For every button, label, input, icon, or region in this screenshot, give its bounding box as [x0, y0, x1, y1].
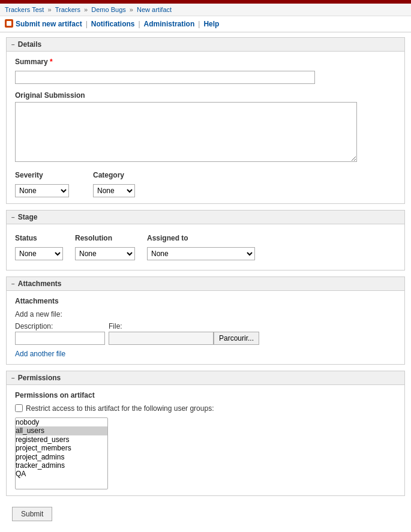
permissions-header: − Permissions — [7, 371, 404, 385]
main-content: − Details Summary * Original Submission … — [0, 32, 411, 531]
file-col: File: Parcourir... — [109, 322, 259, 345]
breadcrumb: Trackers Test » Trackers » Demo Bugs » N… — [0, 4, 411, 16]
details-title: Details — [18, 40, 41, 49]
category-label: Category — [93, 171, 135, 179]
description-label: Description: — [15, 322, 105, 330]
group-project-members: project_members — [16, 444, 107, 452]
submit-button[interactable]: Submit — [12, 507, 52, 521]
attachments-header: − Attachments — [7, 277, 404, 291]
stage-title: Stage — [18, 213, 38, 221]
status-select[interactable]: None Open Closed — [15, 247, 63, 260]
breadcrumb-sep-1: » — [47, 6, 53, 13]
file-input-area — [109, 332, 214, 345]
permissions-body: Permissions on artifact Restrict access … — [7, 385, 404, 495]
resolution-label: Resolution — [75, 234, 135, 242]
restrict-label: Restrict access to this artifact for the… — [26, 404, 214, 413]
severity-label: Severity — [15, 171, 69, 179]
nav-bar: Submit new artifact | Notifications | Ad… — [0, 16, 411, 32]
permissions-on-artifact-label: Permissions on artifact — [15, 391, 396, 399]
attachments-body: Attachments Add a new file: Description:… — [7, 291, 404, 364]
description-col: Description: — [15, 322, 105, 345]
attachments-section: − Attachments Attachments Add a new file… — [6, 276, 405, 365]
breadcrumb-sep-3: » — [130, 6, 135, 13]
permissions-collapse-icon[interactable]: − — [11, 375, 15, 381]
group-qa: QA — [16, 470, 107, 478]
stage-header: − Stage — [7, 211, 404, 224]
severity-field: Severity None 1 - Blocker 2 - Critical 3… — [15, 171, 69, 197]
details-section: − Details Summary * Original Submission … — [6, 37, 405, 204]
breadcrumb-demo-bugs[interactable]: Demo Bugs — [91, 6, 125, 13]
details-header: − Details — [7, 38, 404, 52]
nav-divider-1: | — [86, 20, 88, 28]
stage-collapse-icon[interactable]: − — [11, 214, 15, 221]
nav-divider-2: | — [138, 20, 140, 28]
original-submission-input[interactable] — [15, 102, 357, 162]
resolution-select[interactable]: None Fixed Duplicate Wont Fix — [75, 247, 135, 260]
status-label: Status — [15, 234, 63, 242]
stage-fields: Status None Open Closed Resolution None … — [15, 230, 396, 264]
breadcrumb-new-artifact[interactable]: New artifact — [137, 6, 172, 13]
group-all-users: all_users — [16, 426, 107, 435]
group-nobody: nobody — [16, 418, 107, 426]
severity-select[interactable]: None 1 - Blocker 2 - Critical 3 - Major … — [15, 184, 69, 197]
group-tracker-admins: tracker_admins — [16, 461, 107, 470]
attachments-collapse-icon[interactable]: − — [11, 281, 15, 287]
administration-link[interactable]: Administration — [144, 20, 195, 28]
details-collapse-icon[interactable]: − — [11, 41, 15, 48]
help-link[interactable]: Help — [203, 20, 219, 28]
original-submission-area: Original Submission — [15, 91, 396, 164]
description-input[interactable] — [15, 332, 105, 345]
group-registered-users: registered_users — [16, 435, 107, 444]
restrict-checkbox-row: Restrict access to this artifact for the… — [15, 404, 396, 413]
add-new-file-text: Add a new file: — [15, 310, 396, 318]
summary-required: * — [50, 58, 53, 66]
file-label: File: — [109, 322, 259, 330]
submit-section: Submit — [6, 502, 405, 526]
add-another-file-link[interactable]: Add another file — [15, 350, 65, 358]
assigned-label: Assigned to — [147, 234, 255, 242]
category-field: Category None — [93, 171, 135, 197]
stage-section: − Stage Status None Open Closed Resoluti… — [6, 210, 405, 270]
attachments-label: Attachments — [15, 297, 396, 305]
group-project-admins: project_admins — [16, 453, 107, 461]
stage-body: Status None Open Closed Resolution None … — [7, 224, 404, 270]
submit-icon — [5, 19, 13, 28]
file-inputs-row: Description: File: Parcourir... — [15, 322, 396, 345]
breadcrumb-sep-2: » — [84, 6, 89, 13]
submit-new-artifact-link[interactable]: Submit new artifact — [16, 20, 82, 28]
permissions-section: − Permissions Permissions on artifact Re… — [6, 371, 405, 496]
resolution-field: Resolution None Fixed Duplicate Wont Fix — [75, 234, 135, 260]
summary-label: Summary * — [15, 58, 396, 66]
notifications-link[interactable]: Notifications — [91, 20, 135, 28]
nav-divider-3: | — [198, 20, 200, 28]
summary-input[interactable] — [15, 71, 315, 84]
assigned-select[interactable]: None — [147, 247, 255, 260]
restrict-checkbox[interactable] — [15, 404, 23, 412]
assigned-field: Assigned to None — [147, 234, 255, 260]
status-field: Status None Open Closed — [15, 234, 63, 260]
breadcrumb-trackers-test[interactable]: Trackers Test — [5, 6, 44, 13]
severity-category-group: Severity None 1 - Blocker 2 - Critical 3… — [15, 171, 396, 197]
breadcrumb-trackers[interactable]: Trackers — [55, 6, 80, 13]
attachments-title: Attachments — [18, 279, 62, 288]
category-select[interactable]: None — [93, 184, 135, 197]
user-groups-list[interactable]: nobody all_users registered_users projec… — [15, 417, 108, 489]
permissions-title: Permissions — [18, 374, 61, 382]
original-submission-label: Original Submission — [15, 91, 396, 100]
browse-button[interactable]: Parcourir... — [214, 332, 259, 345]
details-body: Summary * Original Submission Severity N… — [7, 52, 404, 203]
